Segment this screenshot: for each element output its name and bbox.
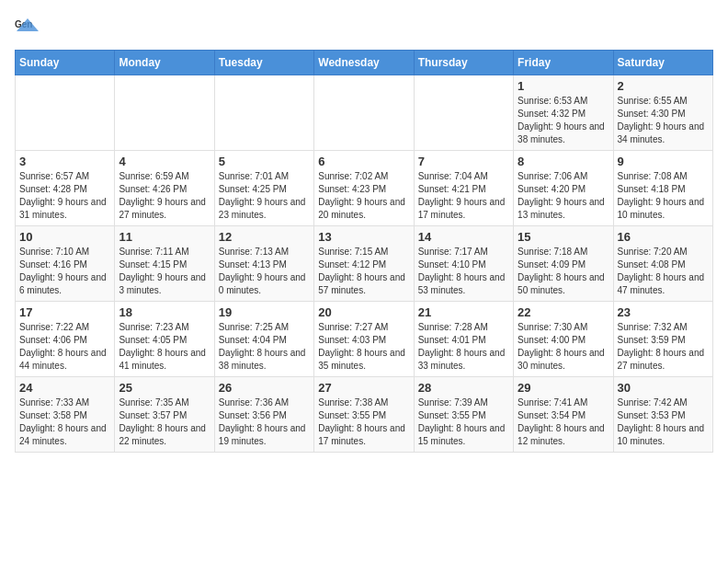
calendar-cell: 27Sunrise: 7:38 AM Sunset: 3:55 PM Dayli… <box>314 377 414 453</box>
day-number: 29 <box>518 381 609 395</box>
day-info: Sunrise: 7:38 AM Sunset: 3:55 PM Dayligh… <box>318 396 409 448</box>
day-info: Sunrise: 7:27 AM Sunset: 4:03 PM Dayligh… <box>318 321 409 373</box>
weekday-header: Thursday <box>414 51 513 75</box>
day-info: Sunrise: 7:32 AM Sunset: 3:59 PM Dayligh… <box>618 321 709 373</box>
day-number: 20 <box>318 305 409 319</box>
day-number: 22 <box>518 305 609 319</box>
day-info: Sunrise: 7:01 AM Sunset: 4:25 PM Dayligh… <box>219 170 310 222</box>
day-info: Sunrise: 7:06 AM Sunset: 4:20 PM Dayligh… <box>518 170 609 222</box>
calendar-cell: 11Sunrise: 7:11 AM Sunset: 4:15 PM Dayli… <box>115 226 214 302</box>
day-number: 9 <box>618 155 709 168</box>
day-info: Sunrise: 7:42 AM Sunset: 3:53 PM Dayligh… <box>618 396 709 448</box>
day-number: 15 <box>518 230 609 244</box>
calendar-week-row: 1Sunrise: 6:53 AM Sunset: 4:32 PM Daylig… <box>16 75 713 151</box>
calendar-body: 1Sunrise: 6:53 AM Sunset: 4:32 PM Daylig… <box>16 75 713 453</box>
day-info: Sunrise: 7:02 AM Sunset: 4:23 PM Dayligh… <box>318 170 409 222</box>
day-info: Sunrise: 7:11 AM Sunset: 4:15 PM Dayligh… <box>119 246 210 297</box>
calendar-cell <box>16 75 115 151</box>
calendar-cell: 16Sunrise: 7:20 AM Sunset: 4:08 PM Dayli… <box>613 226 712 302</box>
weekday-header: Friday <box>514 51 613 75</box>
day-number: 17 <box>19 305 110 319</box>
page-header: Gen <box>15 15 713 40</box>
day-number: 10 <box>19 230 110 244</box>
day-info: Sunrise: 7:33 AM Sunset: 3:58 PM Dayligh… <box>19 396 110 448</box>
calendar-cell: 6Sunrise: 7:02 AM Sunset: 4:23 PM Daylig… <box>314 151 414 226</box>
weekday-header: Monday <box>115 51 214 75</box>
day-number: 12 <box>219 230 310 244</box>
calendar-cell: 18Sunrise: 7:23 AM Sunset: 4:05 PM Dayli… <box>115 302 214 377</box>
day-number: 8 <box>518 155 609 168</box>
calendar-cell: 30Sunrise: 7:42 AM Sunset: 3:53 PM Dayli… <box>613 377 712 453</box>
calendar-cell: 8Sunrise: 7:06 AM Sunset: 4:20 PM Daylig… <box>514 151 613 226</box>
day-info: Sunrise: 7:28 AM Sunset: 4:01 PM Dayligh… <box>418 321 509 373</box>
calendar-cell: 19Sunrise: 7:25 AM Sunset: 4:04 PM Dayli… <box>214 302 313 377</box>
calendar-cell: 3Sunrise: 6:57 AM Sunset: 4:28 PM Daylig… <box>16 151 115 226</box>
day-number: 19 <box>219 305 310 319</box>
day-info: Sunrise: 7:10 AM Sunset: 4:16 PM Dayligh… <box>19 246 110 297</box>
day-info: Sunrise: 7:15 AM Sunset: 4:12 PM Dayligh… <box>318 246 409 297</box>
day-info: Sunrise: 6:53 AM Sunset: 4:32 PM Dayligh… <box>518 95 609 146</box>
calendar-week-row: 3Sunrise: 6:57 AM Sunset: 4:28 PM Daylig… <box>16 151 713 226</box>
day-info: Sunrise: 7:23 AM Sunset: 4:05 PM Dayligh… <box>119 321 210 373</box>
calendar-cell: 12Sunrise: 7:13 AM Sunset: 4:13 PM Dayli… <box>214 226 313 302</box>
calendar-cell: 22Sunrise: 7:30 AM Sunset: 4:00 PM Dayli… <box>514 302 613 377</box>
weekday-header: Saturday <box>613 51 712 75</box>
weekday-header: Tuesday <box>214 51 313 75</box>
day-number: 1 <box>518 79 609 93</box>
calendar-cell <box>115 75 214 151</box>
calendar-cell: 4Sunrise: 6:59 AM Sunset: 4:26 PM Daylig… <box>115 151 214 226</box>
day-number: 13 <box>318 230 409 244</box>
day-number: 7 <box>418 155 509 168</box>
day-number: 26 <box>219 381 310 395</box>
calendar-cell: 25Sunrise: 7:35 AM Sunset: 3:57 PM Dayli… <box>115 377 214 453</box>
day-number: 30 <box>618 381 709 395</box>
calendar-week-row: 24Sunrise: 7:33 AM Sunset: 3:58 PM Dayli… <box>16 377 713 453</box>
calendar-cell <box>214 75 313 151</box>
calendar-week-row: 17Sunrise: 7:22 AM Sunset: 4:06 PM Dayli… <box>16 302 713 377</box>
day-info: Sunrise: 7:04 AM Sunset: 4:21 PM Dayligh… <box>418 170 509 222</box>
calendar-cell: 20Sunrise: 7:27 AM Sunset: 4:03 PM Dayli… <box>314 302 414 377</box>
calendar-cell: 5Sunrise: 7:01 AM Sunset: 4:25 PM Daylig… <box>214 151 313 226</box>
calendar-header: SundayMondayTuesdayWednesdayThursdayFrid… <box>16 51 713 75</box>
calendar-cell: 17Sunrise: 7:22 AM Sunset: 4:06 PM Dayli… <box>16 302 115 377</box>
day-number: 24 <box>19 381 110 395</box>
day-number: 4 <box>119 155 210 168</box>
logo-icon: Gen <box>15 15 40 40</box>
calendar-cell: 1Sunrise: 6:53 AM Sunset: 4:32 PM Daylig… <box>514 75 613 151</box>
day-info: Sunrise: 7:13 AM Sunset: 4:13 PM Dayligh… <box>219 246 310 297</box>
day-info: Sunrise: 7:18 AM Sunset: 4:09 PM Dayligh… <box>518 246 609 297</box>
calendar-cell: 10Sunrise: 7:10 AM Sunset: 4:16 PM Dayli… <box>16 226 115 302</box>
calendar-cell <box>314 75 414 151</box>
day-info: Sunrise: 7:30 AM Sunset: 4:00 PM Dayligh… <box>518 321 609 373</box>
day-info: Sunrise: 7:25 AM Sunset: 4:04 PM Dayligh… <box>219 321 310 373</box>
day-number: 11 <box>119 230 210 244</box>
calendar-cell: 2Sunrise: 6:55 AM Sunset: 4:30 PM Daylig… <box>613 75 712 151</box>
day-info: Sunrise: 6:55 AM Sunset: 4:30 PM Dayligh… <box>618 95 709 146</box>
calendar-week-row: 10Sunrise: 7:10 AM Sunset: 4:16 PM Dayli… <box>16 226 713 302</box>
day-info: Sunrise: 7:36 AM Sunset: 3:56 PM Dayligh… <box>219 396 310 448</box>
calendar-cell: 29Sunrise: 7:41 AM Sunset: 3:54 PM Dayli… <box>514 377 613 453</box>
day-number: 21 <box>418 305 509 319</box>
calendar-cell: 15Sunrise: 7:18 AM Sunset: 4:09 PM Dayli… <box>514 226 613 302</box>
weekday-row: SundayMondayTuesdayWednesdayThursdayFrid… <box>16 51 713 75</box>
day-info: Sunrise: 7:22 AM Sunset: 4:06 PM Dayligh… <box>19 321 110 373</box>
day-number: 28 <box>418 381 509 395</box>
day-number: 27 <box>318 381 409 395</box>
day-info: Sunrise: 7:17 AM Sunset: 4:10 PM Dayligh… <box>418 246 509 297</box>
calendar-cell: 24Sunrise: 7:33 AM Sunset: 3:58 PM Dayli… <box>16 377 115 453</box>
calendar-cell: 9Sunrise: 7:08 AM Sunset: 4:18 PM Daylig… <box>613 151 712 226</box>
day-info: Sunrise: 7:35 AM Sunset: 3:57 PM Dayligh… <box>119 396 210 448</box>
calendar-cell <box>414 75 513 151</box>
day-number: 5 <box>219 155 310 168</box>
day-number: 14 <box>418 230 509 244</box>
logo: Gen <box>15 15 44 40</box>
day-info: Sunrise: 6:57 AM Sunset: 4:28 PM Dayligh… <box>19 170 110 222</box>
day-info: Sunrise: 7:08 AM Sunset: 4:18 PM Dayligh… <box>618 170 709 222</box>
day-number: 2 <box>618 79 709 93</box>
weekday-header: Wednesday <box>314 51 414 75</box>
day-number: 3 <box>19 155 110 168</box>
weekday-header: Sunday <box>16 51 115 75</box>
calendar-cell: 7Sunrise: 7:04 AM Sunset: 4:21 PM Daylig… <box>414 151 513 226</box>
day-number: 6 <box>318 155 409 168</box>
day-info: Sunrise: 7:20 AM Sunset: 4:08 PM Dayligh… <box>618 246 709 297</box>
